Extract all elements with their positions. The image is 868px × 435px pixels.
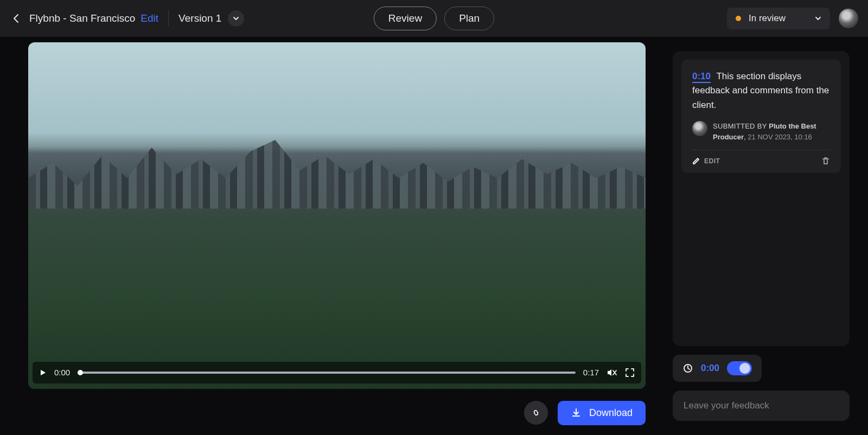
video-duration: 0:17 — [583, 368, 599, 377]
comment-card: 0:10 This section displays feedback and … — [681, 60, 841, 173]
comment-author-avatar — [692, 121, 707, 136]
app-header: Flybnb - San Francisco Edit Version 1 Re… — [0, 0, 868, 37]
header-right: In review — [727, 8, 858, 29]
link-icon — [531, 407, 541, 418]
tab-plan[interactable]: Plan — [444, 7, 494, 30]
version-label: Version 1 — [178, 12, 221, 24]
project-title: Flybnb - San Francisco — [29, 12, 135, 24]
comment-edit-button[interactable]: EDIT — [692, 157, 720, 165]
comment-date: 21 NOV 2023, 10:16 — [748, 133, 812, 141]
project-title-block: Flybnb - San Francisco Edit — [29, 12, 158, 24]
feedback-input[interactable] — [673, 391, 850, 421]
timestamp-toggle-row: 0:00 — [673, 355, 762, 382]
divider — [168, 10, 169, 27]
comment-delete-button[interactable] — [821, 157, 830, 165]
tab-review[interactable]: Review — [374, 7, 437, 30]
video-still-skyline — [28, 132, 646, 209]
status-dot-icon — [736, 16, 741, 21]
back-button[interactable] — [10, 12, 23, 25]
fullscreen-icon[interactable] — [625, 368, 635, 378]
edit-title-link[interactable]: Edit — [141, 12, 158, 24]
chevron-down-icon — [233, 16, 239, 21]
play-icon[interactable] — [39, 369, 47, 376]
submitted-by-label: SUBMITTED BY — [713, 122, 767, 130]
comment-body: 0:10 This section displays feedback and … — [692, 69, 830, 112]
panel-spacer — [681, 173, 841, 337]
comment-timestamp-link[interactable]: 0:10 — [692, 71, 711, 83]
trash-icon — [821, 157, 830, 165]
user-avatar[interactable] — [839, 9, 858, 28]
pencil-icon — [692, 157, 700, 165]
status-label: In review — [749, 13, 807, 24]
volume-muted-icon[interactable] — [607, 368, 617, 378]
video-actions-row: Download — [28, 401, 646, 425]
feedback-input-wrap — [673, 391, 850, 421]
comments-panel: 0:10 This section displays feedback and … — [673, 51, 850, 346]
download-label: Download — [589, 407, 633, 419]
timestamp-toggle[interactable] — [727, 361, 752, 375]
status-select[interactable]: In review — [727, 8, 830, 29]
mode-tabs: Review Plan — [374, 7, 494, 30]
comment-text: This section displays feedback and comme… — [692, 71, 829, 110]
chevron-down-icon — [815, 16, 821, 21]
comment-meta-text: SUBMITTED BY Pluto the Best Producer, 21… — [713, 121, 830, 142]
clock-icon — [682, 363, 693, 374]
copy-link-button[interactable] — [524, 401, 548, 425]
video-seek-track[interactable] — [78, 372, 576, 374]
download-button[interactable]: Download — [558, 401, 646, 425]
timestamp-value: 0:00 — [701, 363, 719, 374]
version-selector[interactable]: Version 1 — [178, 10, 244, 27]
chevron-left-icon — [12, 13, 20, 24]
feedback-column: 0:10 This section displays feedback and … — [667, 37, 868, 435]
video-current-time: 0:00 — [54, 368, 70, 377]
comment-meta: SUBMITTED BY Pluto the Best Producer, 21… — [692, 121, 830, 150]
video-controls: 0:00 0:17 — [33, 362, 641, 383]
download-icon — [571, 407, 582, 418]
video-column: 0:00 0:17 — [0, 37, 667, 435]
version-chevron-button[interactable] — [228, 10, 244, 27]
comment-actions: EDIT — [692, 157, 830, 165]
main-area: 0:00 0:17 — [0, 37, 868, 435]
video-still-image — [28, 42, 646, 389]
comment-edit-label: EDIT — [704, 157, 720, 165]
video-player[interactable]: 0:00 0:17 — [28, 42, 646, 389]
